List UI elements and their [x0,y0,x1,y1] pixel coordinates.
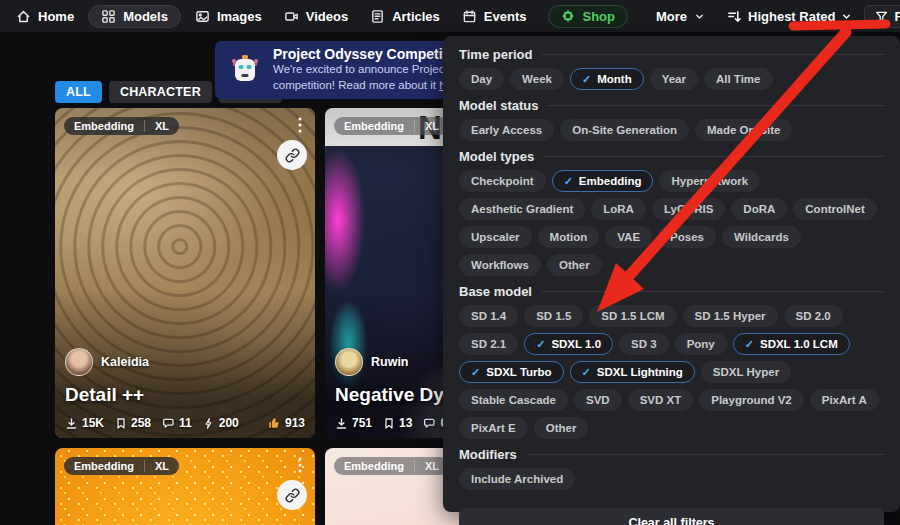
filter-chip[interactable]: ✓SD 3 [619,333,669,355]
chip-group: ✓Early Access✓On-Site Generation✓Made On… [459,119,884,141]
filter-chip[interactable]: ✓Week [510,68,564,90]
clear-all-filters-button[interactable]: Clear all filters [459,508,884,525]
filter-chip[interactable]: ✓Pony [675,333,727,355]
model-type-badge: Embedding XL [64,117,179,135]
filter-chip[interactable]: ✓Year [650,68,698,90]
banner-text: Project Odyssey Competition We're excite… [273,46,468,93]
nav-right-group: Highest Rated Filters 8 [727,5,900,28]
filter-chip[interactable]: ✓Day [459,68,504,90]
filter-chip[interactable]: ✓Early Access [459,119,554,141]
filter-chip-label: LyCORIS [664,203,713,215]
filter-chip[interactable]: ✓Include Archived [459,468,575,490]
filter-chip[interactable]: ✓SD 1.5 LCM [589,305,676,327]
filter-chip[interactable]: ✓VAE [605,226,652,248]
filter-chip[interactable]: ✓SD 2.1 [459,333,518,355]
chevron-down-icon [694,11,705,22]
nav-events[interactable]: Events [462,9,527,24]
filter-chip[interactable]: ✓SVD XT [628,389,694,411]
nav-models[interactable]: Models [88,5,181,28]
filter-chip[interactable]: ✓SDXL Turbo [459,361,564,383]
model-card[interactable]: Embedding XL [55,448,315,525]
chip-group: ✓Checkpoint✓Embedding✓Hypernetwork✓Aesth… [459,170,884,276]
filter-chip-label: Early Access [471,124,542,136]
filter-chip[interactable]: ✓Month [570,68,644,90]
stat-downloads: 15K [65,416,104,430]
filter-chip[interactable]: ✓All Time [704,68,773,90]
filter-chip[interactable]: ✓Other [534,417,589,439]
filter-chip[interactable]: ✓Other [547,254,602,276]
filter-chip-label: SDXL Turbo [486,366,551,378]
filter-chip[interactable]: ✓PixArt E [459,417,528,439]
filter-chip[interactable]: ✓Motion [538,226,600,248]
filter-chip[interactable]: ✓Aesthetic Gradient [459,198,585,220]
filter-chip[interactable]: ✓On-Site Generation [560,119,689,141]
filter-chip[interactable]: ✓SDXL Lightning [570,361,695,383]
stat-likes[interactable]: 913 [267,416,305,430]
filter-chip[interactable]: ✓SD 1.4 [459,305,518,327]
nav-videos[interactable]: Videos [284,9,348,24]
filter-chip[interactable]: ✓Made On-Site [695,119,792,141]
badge-base: XL [144,120,179,132]
filter-chip[interactable]: ✓Stable Cascade [459,389,568,411]
nav-articles[interactable]: Articles [370,9,440,24]
filter-chip[interactable]: ✓SDXL Hyper [701,361,791,383]
filter-chip-label: Day [471,73,492,85]
model-card-detail[interactable]: Embedding XL Kaleidia Detail ++ 15K 258 … [55,108,315,438]
filter-chip[interactable]: ✓LyCORIS [652,198,725,220]
filter-chip[interactable]: ✓Playground V2 [699,389,804,411]
card-author[interactable]: Kaleidia [65,348,305,376]
filter-chip[interactable]: ✓Poses [658,226,716,248]
nav-home-label: Home [38,9,74,24]
nav-articles-label: Articles [392,9,440,24]
filter-chip[interactable]: ✓PixArt A [810,389,879,411]
link-icon[interactable] [277,480,307,510]
download-icon [335,417,348,430]
filter-chip[interactable]: ✓SVD [574,389,622,411]
filter-chip[interactable]: ✓Wildcards [722,226,801,248]
section-title: Modifiers [459,447,517,462]
filter-chip-label: SVD XT [640,394,682,406]
thumbs-up-icon [267,416,281,430]
section-title: Time period [459,47,532,62]
filter-chip[interactable]: ✓LoRA [591,198,646,220]
filter-chip-label: Wildcards [734,231,789,243]
sort-select[interactable]: Highest Rated [727,9,852,24]
username: Kaleidia [101,355,149,369]
nav-images[interactable]: Images [195,9,262,24]
filter-chip-label: SD 1.5 [536,310,571,322]
filter-chip-label: SDXL Hyper [713,366,779,378]
nav-more[interactable]: More [656,9,705,24]
card-stats: 15K 258 11 200 913 [65,416,305,430]
filter-chip[interactable]: ✓DoRA [731,198,787,220]
filter-chip[interactable]: ✓SD 2.0 [784,305,843,327]
filter-chip[interactable]: ✓SDXL 1.0 LCM [733,333,850,355]
tab-character[interactable]: CHARACTER [109,81,212,103]
filter-chip-label: VAE [617,231,640,243]
badge-type: Embedding [64,120,144,132]
divider [544,156,884,157]
link-icon[interactable] [277,140,307,170]
filter-chip-label: SD 2.0 [796,310,831,322]
divider [542,54,884,55]
stat-comments: 11 [162,416,192,430]
tab-all[interactable]: ALL [55,81,102,103]
filter-chip[interactable]: ✓Upscaler [459,226,532,248]
nav-shop[interactable]: Shop [548,5,628,28]
filter-chip[interactable]: ✓ControlNet [793,198,876,220]
filters-button[interactable]: Filters 8 [864,5,900,28]
filter-chip[interactable]: ✓SD 1.5 Hyper [683,305,778,327]
card-menu-icon[interactable] [293,456,307,474]
nav-home[interactable]: Home [16,9,74,24]
chevron-down-icon [841,11,852,22]
filter-chip-label: ControlNet [805,203,864,215]
filter-chip-label: All Time [716,73,761,85]
filter-chip[interactable]: ✓Workflows [459,254,541,276]
filter-chip[interactable]: ✓Embedding [552,170,654,192]
flower-icon [561,9,575,23]
filter-chip[interactable]: ✓Checkpoint [459,170,546,192]
filter-chip[interactable]: ✓SDXL 1.0 [524,333,613,355]
filter-chip[interactable]: ✓SD 1.5 [524,305,583,327]
filter-chip[interactable]: ✓Hypernetwork [659,170,760,192]
filter-chip-label: Pony [687,338,715,350]
card-menu-icon[interactable] [293,116,307,134]
